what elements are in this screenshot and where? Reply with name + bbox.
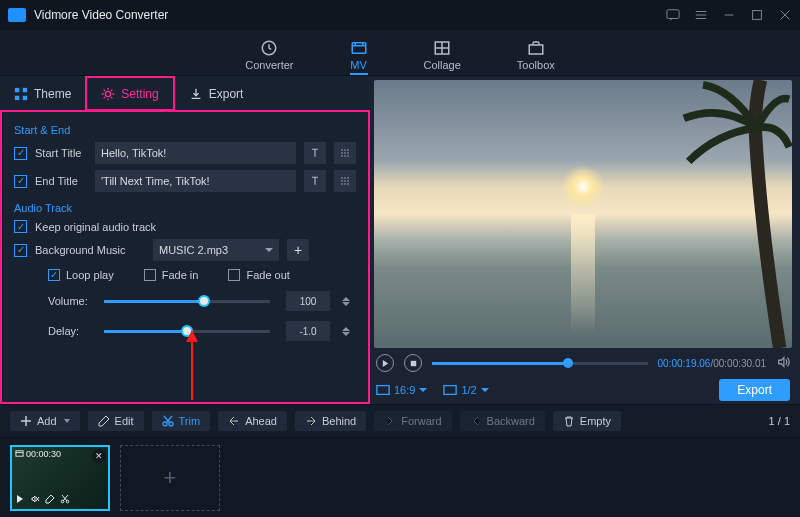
end-title-label: End Title	[35, 175, 87, 187]
svg-point-26	[341, 183, 343, 185]
empty-button[interactable]: Empty	[553, 411, 621, 431]
svg-point-22	[347, 177, 349, 179]
start-title-font-button[interactable]	[304, 142, 326, 164]
loop-checkbox[interactable]	[48, 269, 60, 281]
stop-button[interactable]	[404, 354, 422, 372]
left-tabs: Theme Setting Export	[0, 76, 370, 112]
delay-label: Delay:	[48, 325, 94, 337]
aspect-ratio-select[interactable]: 16:9	[376, 384, 427, 396]
svg-point-21	[344, 177, 346, 179]
preview-palm-tree	[662, 80, 792, 348]
svg-point-24	[344, 180, 346, 182]
tab-label: Setting	[121, 87, 158, 101]
chevron-down-icon	[481, 388, 489, 392]
tab-label: Theme	[34, 87, 71, 101]
end-title-input[interactable]	[95, 170, 296, 192]
svg-rect-1	[753, 11, 762, 20]
thumb-mute-icon[interactable]	[30, 493, 40, 507]
chevron-down-icon	[419, 388, 427, 392]
start-title-input[interactable]	[95, 142, 296, 164]
ahead-button[interactable]: Ahead	[218, 411, 287, 431]
export-button[interactable]: Export	[719, 379, 790, 401]
app-title: Vidmore Video Converter	[34, 8, 666, 22]
time-current: 00:00:19.06	[658, 358, 711, 369]
bg-music-checkbox[interactable]	[14, 244, 27, 257]
delay-value[interactable]: -1.0	[286, 321, 330, 341]
tab-setting[interactable]: Setting	[85, 76, 174, 111]
svg-point-20	[341, 177, 343, 179]
svg-point-28	[347, 183, 349, 185]
volume-slider[interactable]	[104, 300, 270, 303]
trim-button[interactable]: Trim	[152, 411, 211, 431]
nav-label: Collage	[424, 59, 461, 71]
nav-label: MV	[350, 59, 367, 71]
clip-thumbnail[interactable]: 00:00:30 ✕	[10, 445, 110, 511]
nav-mv[interactable]: MV	[350, 39, 368, 71]
thumb-play-icon[interactable]	[15, 493, 25, 507]
thumb-duration: 00:00:30	[15, 449, 61, 459]
svg-rect-0	[667, 10, 679, 19]
maximize-icon[interactable]	[750, 8, 764, 22]
play-button[interactable]	[376, 354, 394, 372]
behind-button[interactable]: Behind	[295, 411, 366, 431]
add-button[interactable]: Add	[10, 411, 80, 431]
bg-music-select[interactable]: MUSIC 2.mp3	[153, 239, 279, 261]
volume-icon[interactable]	[776, 355, 790, 372]
nav-toolbox[interactable]: Toolbox	[517, 39, 555, 71]
nav-collage[interactable]: Collage	[424, 39, 461, 71]
end-title-font-button[interactable]	[304, 170, 326, 192]
svg-point-18	[344, 155, 346, 157]
chevron-down-icon	[64, 419, 70, 423]
pager: 1 / 1	[769, 415, 790, 427]
chevron-down-icon	[265, 248, 273, 252]
svg-rect-5	[529, 45, 543, 54]
thumb-trim-icon[interactable]	[60, 493, 70, 507]
tab-theme[interactable]: Theme	[0, 76, 85, 111]
menu-icon[interactable]	[694, 8, 708, 22]
start-title-picker-button[interactable]	[334, 142, 356, 164]
thumb-edit-icon[interactable]	[45, 493, 55, 507]
zoom-value: 1/2	[461, 384, 476, 396]
fadein-checkbox[interactable]	[144, 269, 156, 281]
nav-label: Toolbox	[517, 59, 555, 71]
svg-point-25	[347, 180, 349, 182]
svg-point-19	[347, 155, 349, 157]
delay-slider[interactable]	[104, 330, 270, 333]
keep-audio-checkbox[interactable]	[14, 220, 27, 233]
thumbnail-strip: 00:00:30 ✕ +	[0, 438, 800, 517]
add-music-button[interactable]: +	[287, 239, 309, 261]
close-icon[interactable]	[778, 8, 792, 22]
edit-button[interactable]: Edit	[88, 411, 144, 431]
volume-stepper[interactable]	[342, 291, 356, 311]
top-nav: Converter MV Collage Toolbox	[0, 30, 800, 76]
app-logo-icon	[8, 8, 26, 22]
volume-value[interactable]: 100	[286, 291, 330, 311]
feedback-icon[interactable]	[666, 8, 680, 22]
fadein-label: Fade in	[162, 269, 199, 281]
preview-sun	[561, 165, 605, 209]
add-clip-slot[interactable]: +	[120, 445, 220, 511]
thumb-remove-button[interactable]: ✕	[92, 449, 106, 463]
end-title-picker-button[interactable]	[334, 170, 356, 192]
backward-button[interactable]: Backward	[460, 411, 545, 431]
delay-stepper[interactable]	[342, 321, 356, 341]
minimize-icon[interactable]	[722, 8, 736, 22]
tab-export[interactable]: Export	[175, 76, 258, 111]
svg-point-13	[347, 149, 349, 151]
fadeout-checkbox[interactable]	[228, 269, 240, 281]
volume-label: Volume:	[48, 295, 94, 307]
end-title-checkbox[interactable]	[14, 175, 27, 188]
aspect-value: 16:9	[394, 384, 415, 396]
preview-progress[interactable]	[432, 362, 648, 365]
zoom-select[interactable]: 1/2	[443, 384, 488, 396]
bg-music-value: MUSIC 2.mp3	[159, 244, 228, 256]
preview-reflection	[571, 214, 595, 334]
settings-panel: Start & End Start Title End Title Audio …	[0, 110, 370, 404]
svg-point-11	[341, 149, 343, 151]
svg-rect-9	[23, 95, 27, 99]
nav-converter[interactable]: Converter	[245, 39, 293, 71]
preview-time: 00:00:19.06/00:00:30.01	[658, 358, 766, 369]
start-title-checkbox[interactable]	[14, 147, 27, 160]
forward-button[interactable]: Forward	[374, 411, 451, 431]
section-audio: Audio Track	[14, 202, 356, 214]
